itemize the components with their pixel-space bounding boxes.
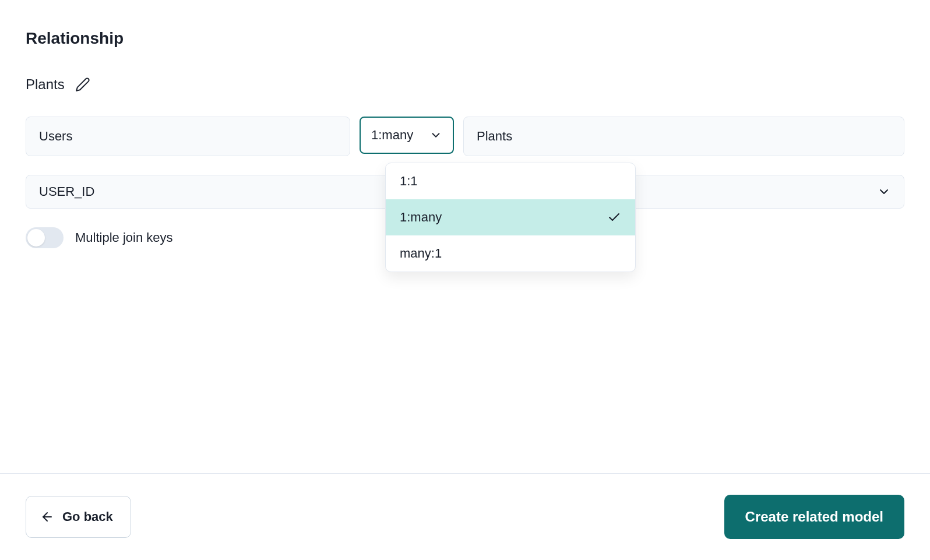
go-back-label: Go back — [62, 509, 113, 524]
footer-bar: Go back Create related model — [0, 473, 930, 560]
cardinality-dropdown: 1:1 1:many many:1 — [385, 163, 636, 272]
cardinality-option[interactable]: 1:1 — [386, 163, 635, 199]
cardinality-value: 1:many — [371, 128, 413, 143]
pencil-icon — [75, 77, 90, 92]
model-name-row: Plants — [26, 76, 904, 93]
create-related-model-button[interactable]: Create related model — [724, 495, 904, 539]
relationship-row: Users 1:many Plants 1:1 1:many many:1 — [26, 117, 904, 156]
section-title: Relationship — [26, 29, 904, 48]
option-label: 1:many — [400, 210, 442, 225]
cardinality-option[interactable]: many:1 — [386, 235, 635, 272]
cardinality-select[interactable]: 1:many — [360, 117, 454, 154]
option-label: many:1 — [400, 246, 442, 261]
check-icon — [607, 210, 621, 224]
model-name: Plants — [26, 76, 65, 93]
multiple-join-keys-toggle[interactable] — [26, 227, 64, 248]
chevron-down-icon — [429, 129, 442, 142]
right-model-field[interactable]: Plants — [463, 117, 904, 156]
arrow-left-icon — [40, 510, 54, 524]
multiple-join-keys-label: Multiple join keys — [75, 230, 173, 245]
edit-name-button[interactable] — [74, 76, 91, 93]
join-key-value: USER_ID — [39, 184, 94, 199]
chevron-down-icon — [877, 185, 891, 199]
cardinality-option[interactable]: 1:many — [386, 199, 635, 235]
left-model-field[interactable]: Users — [26, 117, 350, 156]
option-label: 1:1 — [400, 174, 418, 189]
toggle-handle — [27, 229, 45, 246]
go-back-button[interactable]: Go back — [26, 496, 131, 538]
